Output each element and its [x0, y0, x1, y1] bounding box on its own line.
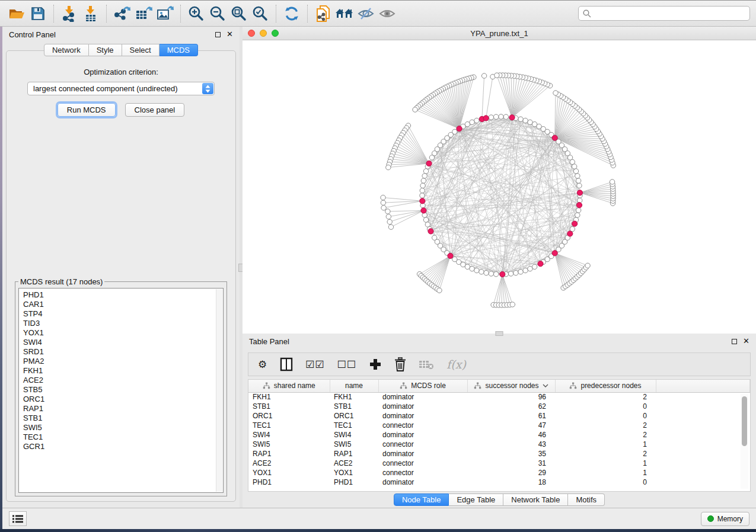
mcds-result-item[interactable]: STB5: [23, 385, 213, 395]
select-all-rows-button[interactable]: ☑☑: [305, 358, 324, 370]
search-input[interactable]: [594, 9, 745, 18]
table-cell: 1: [555, 440, 656, 449]
mcds-result-item[interactable]: TEC1: [23, 432, 213, 442]
tab-edge-table[interactable]: Edge Table: [449, 493, 503, 506]
search-field[interactable]: [578, 6, 750, 21]
right-column: YPA_prune.txt_1 Table Panel ✕ ⚙☑☑☐☐f(x) …: [243, 27, 756, 508]
control-panel: Control Panel ✕ NetworkStyleSelectMCDS O…: [2, 27, 240, 508]
control-panel-tabs: NetworkStyleSelectMCDS: [2, 44, 240, 56]
table-cell: TEC1: [248, 421, 330, 430]
table-row[interactable]: STB1STB1dominator620: [248, 402, 750, 411]
mcds-result-item[interactable]: SRD1: [23, 347, 213, 357]
run-mcds-button[interactable]: Run MCDS: [58, 103, 116, 117]
table-cell: 2: [555, 430, 656, 440]
float-table-panel-icon[interactable]: [732, 339, 737, 344]
toolbar-separator: [307, 5, 308, 23]
tab-network-table[interactable]: Network Table: [503, 493, 568, 506]
mcds-result-item[interactable]: FKH1: [23, 366, 213, 376]
task-history-button[interactable]: [9, 511, 27, 526]
mcds-result-item[interactable]: RAP1: [23, 404, 213, 414]
horizontal-splitter-handle[interactable]: [496, 331, 503, 336]
mcds-result-item[interactable]: SWI5: [23, 423, 213, 432]
mcds-result-item[interactable]: SWI4: [23, 338, 213, 347]
table-row[interactable]: SWI5SWI5connector431: [248, 440, 750, 449]
tab-node-table[interactable]: Node Table: [394, 493, 449, 506]
import-table-button[interactable]: [80, 3, 101, 24]
zoom-selected-button[interactable]: [250, 3, 271, 24]
table-cell: 29: [467, 468, 555, 477]
zoom-fit-button[interactable]: [228, 3, 250, 24]
mcds-result-item[interactable]: TID3: [23, 319, 213, 328]
clone-network-button[interactable]: [312, 3, 334, 24]
column-header-shared-name[interactable]: shared name: [248, 380, 330, 392]
table-row[interactable]: TEC1TEC1connector472: [248, 421, 750, 430]
toolbar-separator: [180, 5, 181, 23]
table-cell: ACE2: [330, 459, 378, 468]
open-file-button[interactable]: [6, 3, 27, 24]
float-panel-icon[interactable]: [215, 32, 221, 37]
table-row[interactable]: YOX1YOX1connector291: [248, 468, 750, 477]
close-panel-button[interactable]: Close panel: [125, 103, 185, 117]
zoom-out-button[interactable]: [207, 3, 228, 24]
table-row[interactable]: RAP1RAP1dominator352: [248, 449, 750, 459]
table-scrollbar[interactable]: [741, 394, 748, 489]
memory-button[interactable]: Memory: [701, 512, 749, 526]
node-table-container: shared namenameMCDS rolesuccessor nodesp…: [248, 379, 751, 492]
tab-motifs[interactable]: Motifs: [568, 493, 605, 506]
desktop-wallpaper-bottom: [0, 529, 756, 532]
table-row[interactable]: SWI4SWI4dominator462: [248, 430, 750, 440]
zoom-in-button[interactable]: [186, 3, 207, 24]
cytoscape-window: Control Panel ✕ NetworkStyleSelectMCDS O…: [0, 0, 756, 532]
mcds-result-item[interactable]: CAR1: [23, 300, 213, 309]
export-network-button[interactable]: [111, 3, 133, 24]
deselect-all-rows-button[interactable]: ☐☐: [337, 358, 356, 370]
table-cell: 47: [467, 421, 555, 430]
select-stepper-icon: [202, 83, 213, 94]
create-column-button[interactable]: [369, 358, 382, 371]
mcds-result-item[interactable]: PHD1: [23, 290, 213, 300]
column-settings-button[interactable]: ⚙: [258, 358, 267, 370]
table-row[interactable]: ACE2ACE2connector311: [248, 459, 750, 468]
show-all-button[interactable]: [377, 3, 398, 24]
tab-mcds[interactable]: MCDS: [160, 44, 198, 56]
save-session-button[interactable]: [27, 3, 49, 24]
mcds-result-item[interactable]: STB1: [23, 414, 213, 423]
export-table-button[interactable]: [133, 3, 154, 24]
table-cell: 2: [555, 449, 656, 459]
column-header-predecessor-nodes[interactable]: predecessor nodes: [555, 380, 656, 392]
network-view-window: YPA_prune.txt_1: [243, 27, 756, 334]
tab-style[interactable]: Style: [89, 44, 122, 56]
export-image-button[interactable]: [154, 3, 176, 24]
table-row[interactable]: PHD1PHD1dominator180: [248, 477, 750, 487]
table-row[interactable]: ORC1ORC1dominator610: [248, 411, 750, 421]
column-header-filler: [656, 380, 750, 392]
table-cell: STB1: [248, 402, 330, 411]
table-row[interactable]: FKH1FKH1dominator962: [248, 392, 750, 402]
show-hide-columns-button[interactable]: [280, 357, 293, 371]
table-scrollbar-thumb[interactable]: [742, 396, 747, 446]
mcds-result-item[interactable]: ACE2: [23, 376, 213, 385]
column-header-mcds-role[interactable]: MCDS role: [378, 380, 467, 392]
mcds-result-title: MCDS result (17 nodes): [18, 277, 104, 286]
mcds-result-item[interactable]: GCR1: [23, 442, 213, 451]
mcds-result-list[interactable]: PHD1CAR1STP4TID3YOX1SWI4SRD1PMA2FKH1ACE2…: [18, 288, 224, 493]
mcds-result-item[interactable]: ORC1: [23, 395, 213, 404]
column-header-successor-nodes[interactable]: successor nodes: [467, 380, 555, 392]
first-neighbors-button[interactable]: [334, 3, 355, 24]
hide-selected-button[interactable]: [355, 3, 377, 24]
tab-network[interactable]: Network: [44, 44, 89, 56]
network-canvas[interactable]: [243, 40, 756, 334]
tab-select[interactable]: Select: [122, 44, 160, 56]
delete-columns-button[interactable]: [394, 357, 406, 371]
mcds-result-item[interactable]: PMA2: [23, 357, 213, 366]
optimization-criterion-select[interactable]: largest connected component (undirected): [27, 82, 215, 95]
mcds-list-scrollbar[interactable]: [216, 289, 222, 492]
network-graph[interactable]: [243, 40, 756, 334]
close-table-panel-icon[interactable]: ✕: [743, 338, 749, 344]
refresh-layout-button[interactable]: [281, 3, 302, 24]
import-network-button[interactable]: [59, 3, 80, 24]
close-panel-icon[interactable]: ✕: [227, 31, 233, 37]
mcds-result-item[interactable]: STP4: [23, 309, 213, 319]
column-header-name[interactable]: name: [330, 380, 378, 392]
mcds-result-item[interactable]: YOX1: [23, 328, 213, 338]
